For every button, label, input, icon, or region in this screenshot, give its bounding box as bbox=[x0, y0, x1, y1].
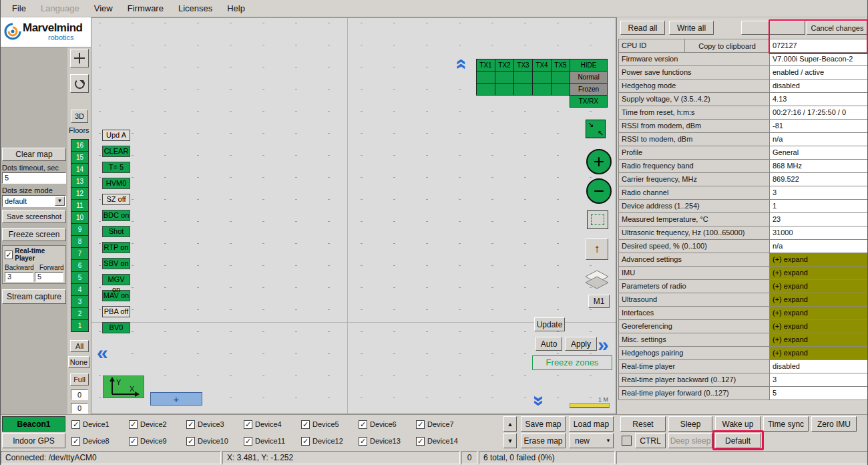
pan-left-chevron-icon[interactable]: « bbox=[97, 345, 108, 360]
sleep-button[interactable]: Sleep bbox=[668, 416, 712, 432]
setting-value[interactable]: 31000 bbox=[769, 226, 868, 240]
device-checkbox[interactable]: ✓ bbox=[186, 420, 195, 429]
cpu-id-value[interactable]: 072127 bbox=[769, 39, 868, 53]
map-toggle-upd-a[interactable]: Upd A bbox=[102, 130, 130, 141]
floor-cell-9[interactable]: 9 bbox=[71, 223, 89, 236]
setting-value[interactable]: 4.13 bbox=[769, 92, 868, 106]
ctrl-button[interactable]: CTRL bbox=[635, 433, 666, 448]
freeze-screen-button[interactable]: Freeze screen bbox=[2, 228, 66, 241]
tx-header-tx4[interactable]: TX4 bbox=[532, 59, 552, 71]
setting-value[interactable]: disabled bbox=[769, 79, 868, 93]
realtime-player-checkbox[interactable]: ✓ bbox=[5, 251, 13, 259]
setting-value[interactable]: 3 bbox=[769, 186, 868, 200]
map-toggle-mav-on[interactable]: MAV on bbox=[102, 290, 130, 301]
zoom-out-button[interactable]: − bbox=[586, 178, 612, 204]
map-toggle-clear[interactable]: CLEAR bbox=[102, 146, 130, 157]
tx-header-tx5[interactable]: TX5 bbox=[551, 59, 570, 71]
zero-imu-button[interactable]: Zero IMU bbox=[811, 416, 857, 432]
setting-expand-button[interactable]: (+) expand bbox=[769, 306, 868, 320]
setting-value[interactable]: 5 bbox=[769, 386, 868, 400]
reset-button[interactable]: Reset bbox=[620, 416, 666, 432]
save-map-button[interactable]: Save map bbox=[521, 416, 566, 432]
freeze-zones-button[interactable]: Freeze zones bbox=[532, 355, 612, 370]
setting-value[interactable]: enabled / active bbox=[769, 65, 868, 80]
menu-item-firmware[interactable]: Firmware bbox=[120, 3, 171, 13]
map-up-arrow-button[interactable]: ↑ bbox=[586, 239, 608, 260]
device-checkbox[interactable]: ✓ bbox=[301, 420, 310, 429]
tx-normal-cell[interactable] bbox=[551, 71, 570, 84]
follow-mode-icon[interactable]: ↘ ↖ bbox=[586, 120, 606, 138]
setting-expand-button[interactable]: (+) expand bbox=[769, 319, 868, 333]
map-toggle-rtp-on[interactable]: RTP on bbox=[102, 242, 130, 253]
floor-cell-11[interactable]: 11 bbox=[71, 199, 89, 212]
map-select-dropdown[interactable]: new ▼ bbox=[569, 433, 614, 448]
tx-frozen-cell[interactable] bbox=[476, 83, 495, 96]
tx-frozen-button[interactable]: Frozen bbox=[570, 83, 608, 96]
tx-header-tx2[interactable]: TX2 bbox=[495, 59, 514, 71]
rotate-tool-button[interactable] bbox=[70, 74, 89, 93]
add-submap-button[interactable]: + bbox=[150, 392, 202, 406]
read-all-button[interactable]: Read all bbox=[620, 21, 665, 35]
tx-normal-cell[interactable] bbox=[495, 71, 514, 84]
setting-value[interactable]: n/a bbox=[769, 239, 868, 253]
time-sync-button[interactable]: Time sync bbox=[763, 416, 809, 432]
tx-frozen-cell[interactable] bbox=[513, 83, 533, 96]
pan-up-chevron-icon[interactable]: » bbox=[452, 59, 467, 70]
tx-txrx-button[interactable]: TX/RX bbox=[570, 95, 608, 108]
device-checkbox[interactable]: ✓ bbox=[301, 437, 310, 446]
tx-header-tx3[interactable]: TX3 bbox=[513, 59, 533, 71]
tx-frozen-cell[interactable] bbox=[551, 83, 570, 96]
load-map-button[interactable]: Load map bbox=[569, 416, 614, 432]
map-toggle-t-5[interactable]: T= 5 bbox=[102, 162, 130, 173]
tx-frozen-cell[interactable] bbox=[532, 83, 552, 96]
setting-expand-button[interactable]: (+) expand bbox=[769, 253, 868, 267]
map-toggle-bv0[interactable]: BV0 bbox=[102, 322, 130, 333]
floor-cell-10[interactable]: 10 bbox=[71, 211, 89, 224]
menu-item-licenses[interactable]: Licenses bbox=[171, 3, 220, 13]
device-checkbox[interactable]: ✓ bbox=[71, 437, 80, 446]
setting-value[interactable]: V7.000i Super-Beacon-2 bbox=[769, 52, 868, 66]
floor-cell-4[interactable]: 4 bbox=[71, 283, 89, 296]
tx-hide-button[interactable]: HIDE bbox=[570, 59, 608, 71]
pan-down-chevron-icon[interactable]: » bbox=[532, 396, 547, 407]
blank-button[interactable] bbox=[741, 21, 805, 35]
update-button[interactable]: Update bbox=[534, 317, 565, 331]
setting-value[interactable]: disabled bbox=[769, 359, 868, 373]
setting-expand-button[interactable]: (+) expand bbox=[769, 293, 868, 307]
tx-normal-cell[interactable] bbox=[476, 71, 495, 84]
floor-cell-5[interactable]: 5 bbox=[71, 271, 89, 284]
indoor-gps-tab[interactable]: Indoor GPS bbox=[2, 433, 65, 448]
floor-cell-8[interactable]: 8 bbox=[71, 235, 89, 248]
tx-normal-button[interactable]: Normal bbox=[570, 71, 608, 84]
device-checkbox[interactable]: ✓ bbox=[416, 437, 425, 446]
dots-size-caret-icon[interactable]: ▼ bbox=[55, 196, 65, 206]
erase-map-button[interactable]: Erase map bbox=[521, 433, 566, 448]
apply-button[interactable]: Apply bbox=[565, 337, 597, 351]
setting-value[interactable]: 1 bbox=[769, 199, 868, 213]
device-checkbox[interactable]: ✓ bbox=[359, 437, 367, 446]
setting-value[interactable]: 23 bbox=[769, 212, 868, 226]
backward-input[interactable]: 3 bbox=[5, 272, 33, 282]
tx-header-tx1[interactable]: TX1 bbox=[476, 59, 495, 71]
map-area[interactable]: Upd ACLEART= 5HVM0SZ offBDC onShotRTP on… bbox=[91, 17, 616, 414]
dots-size-select[interactable]: default ▼ bbox=[2, 195, 66, 207]
device-checkbox[interactable]: ✓ bbox=[416, 420, 425, 429]
map-toggle-pba-off[interactable]: PBA off bbox=[102, 306, 130, 317]
deep-sleep-button[interactable]: Deep sleep bbox=[668, 433, 712, 448]
forward-input[interactable]: 5 bbox=[35, 272, 63, 282]
map-toggle-sbv-on[interactable]: SBV on bbox=[102, 258, 130, 269]
setting-expand-button[interactable]: (+) expand bbox=[769, 266, 868, 280]
map-toggle-shot[interactable]: Shot bbox=[102, 226, 130, 237]
setting-value[interactable]: -81 bbox=[769, 119, 868, 133]
pan-tool-button[interactable] bbox=[70, 49, 89, 67]
setting-value[interactable]: 00:27:16 / 17:25:50 / 0 bbox=[769, 106, 868, 120]
device-checkbox[interactable]: ✓ bbox=[71, 420, 80, 429]
select-all-button[interactable]: All bbox=[70, 340, 89, 352]
device-list-up-button[interactable]: ▲ bbox=[503, 416, 517, 432]
floor-cell-3[interactable]: 3 bbox=[71, 295, 89, 308]
auto-button[interactable]: Auto bbox=[535, 337, 562, 351]
write-all-button[interactable]: Write all bbox=[669, 21, 714, 35]
device-checkbox[interactable]: ✓ bbox=[186, 437, 195, 446]
menu-item-file[interactable]: File bbox=[5, 3, 33, 13]
device-checkbox[interactable]: ✓ bbox=[359, 420, 367, 429]
